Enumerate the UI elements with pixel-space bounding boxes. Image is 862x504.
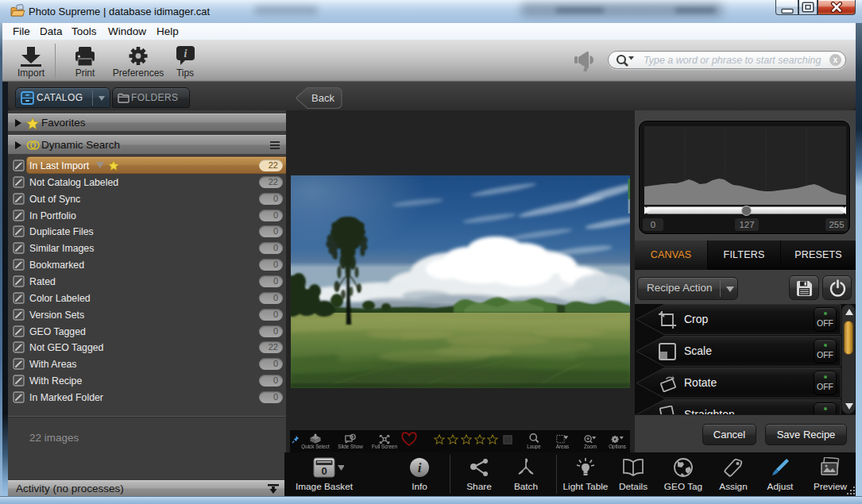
svg-text:0: 0 [321,465,327,477]
svg-text:Back: Back [311,92,334,104]
svg-text:i: i [418,460,422,475]
svg-text:i: i [184,48,187,60]
